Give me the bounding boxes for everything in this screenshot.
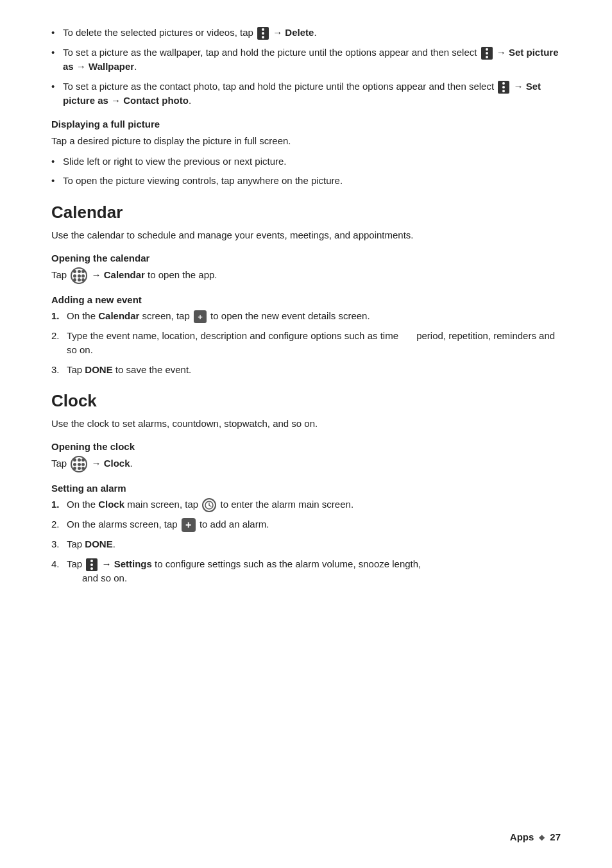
svg-line-2	[209, 505, 211, 506]
list-item: To delete the selected pictures or video…	[51, 26, 561, 40]
step-num: 4.	[51, 557, 60, 572]
arrow: →	[497, 47, 509, 58]
step-num: 1.	[51, 497, 60, 512]
arrow: →	[513, 81, 525, 92]
calendar-add-icon: +	[194, 310, 207, 323]
list-item: 3. Tap DONE.	[51, 537, 561, 552]
list-item: To set a picture as the contact photo, t…	[51, 79, 561, 108]
step-num: 3.	[51, 537, 60, 552]
arrow: →	[108, 95, 123, 106]
clock-section: Clock Use the clock to set alarms, count…	[51, 391, 561, 586]
apps-icon	[71, 267, 87, 284]
page-footer: Apps ◆ 27	[510, 831, 561, 842]
step-num: 1.	[51, 309, 60, 324]
bold-text: DONE	[85, 364, 112, 375]
apps-grid	[73, 458, 85, 470]
calendar-title: Calendar	[51, 203, 561, 222]
bold-text: Delete	[285, 27, 314, 38]
bold-text: Wallpaper	[89, 61, 134, 72]
arrow: →	[92, 458, 104, 469]
displaying-desc: Tap a desired picture to display the pic…	[51, 133, 561, 148]
displaying-bullets: Slide left or right to view the previous…	[51, 154, 561, 188]
list-item: 4. Tap → Settings to configure settings …	[51, 557, 561, 586]
step-num: 3.	[51, 363, 60, 378]
menu-icon	[498, 81, 509, 94]
list-item: 2. Type the event name, location, descri…	[51, 329, 561, 358]
clock-desc: Use the clock to set alarms, countdown, …	[51, 416, 561, 431]
opening-clock-text: Tap → Clock.	[51, 456, 561, 472]
calendar-section: Calendar Use the calendar to schedule an…	[51, 203, 561, 377]
menu-icon	[86, 558, 98, 571]
list-item: To open the picture viewing controls, ta…	[51, 174, 561, 188]
menu-icon	[481, 47, 493, 60]
list-item: 1. On the Clock main screen, tap to ente…	[51, 497, 561, 512]
bold-text: Contact photo	[123, 95, 189, 106]
adding-event-heading: Adding a new event	[51, 294, 561, 305]
page: To delete the selected pictures or video…	[0, 0, 612, 868]
bold-text: Clock	[104, 458, 130, 469]
displaying-heading: Displaying a full picture	[51, 119, 561, 129]
step-num: 2.	[51, 517, 60, 532]
arrow: →	[102, 558, 114, 569]
step-num: 2.	[51, 329, 60, 344]
list-item: 1. On the Calendar screen, tap + to open…	[51, 309, 561, 324]
footer-diamond: ◆	[539, 833, 545, 842]
step-continuation: and so on.	[67, 571, 561, 586]
calendar-desc: Use the calendar to schedule and manage …	[51, 228, 561, 242]
opening-calendar-text: Tap → Calendar to open the app.	[51, 267, 561, 284]
alarm-steps: 1. On the Clock main screen, tap to ente…	[51, 497, 561, 586]
list-item: 3. Tap DONE to save the event.	[51, 363, 561, 378]
bold-text: Calendar	[98, 310, 139, 321]
footer-label: Apps	[510, 831, 534, 842]
apps-icon	[71, 456, 87, 472]
displaying-section: Displaying a full picture Tap a desired …	[51, 119, 561, 188]
footer-page-number: 27	[550, 831, 561, 842]
clock-svg	[205, 501, 214, 510]
menu-icon	[257, 27, 269, 40]
bold-text: Settings	[114, 558, 152, 569]
bold-text: Clock	[98, 499, 124, 510]
top-bullet-list: To delete the selected pictures or video…	[51, 26, 561, 108]
clock-icon	[202, 498, 216, 512]
setting-alarm-heading: Setting an alarm	[51, 483, 561, 494]
bold-text: DONE	[85, 538, 112, 549]
clock-title: Clock	[51, 391, 561, 411]
apps-grid	[73, 270, 85, 281]
arrow: →	[74, 61, 89, 72]
list-item: Slide left or right to view the previous…	[51, 154, 561, 169]
arrow: →	[273, 27, 285, 38]
arrow: →	[92, 269, 104, 280]
opening-calendar-heading: Opening the calendar	[51, 253, 561, 263]
plus-icon: +	[182, 518, 196, 532]
list-item: 2. On the alarms screen, tap + to add an…	[51, 517, 561, 532]
list-item: To set a picture as the wallpaper, tap a…	[51, 46, 561, 74]
bold-text: Calendar	[104, 269, 145, 280]
step-continuation: period, repetition, reminders and so on.	[67, 330, 555, 356]
opening-clock-heading: Opening the clock	[51, 441, 561, 452]
adding-event-steps: 1. On the Calendar screen, tap + to open…	[51, 309, 561, 377]
